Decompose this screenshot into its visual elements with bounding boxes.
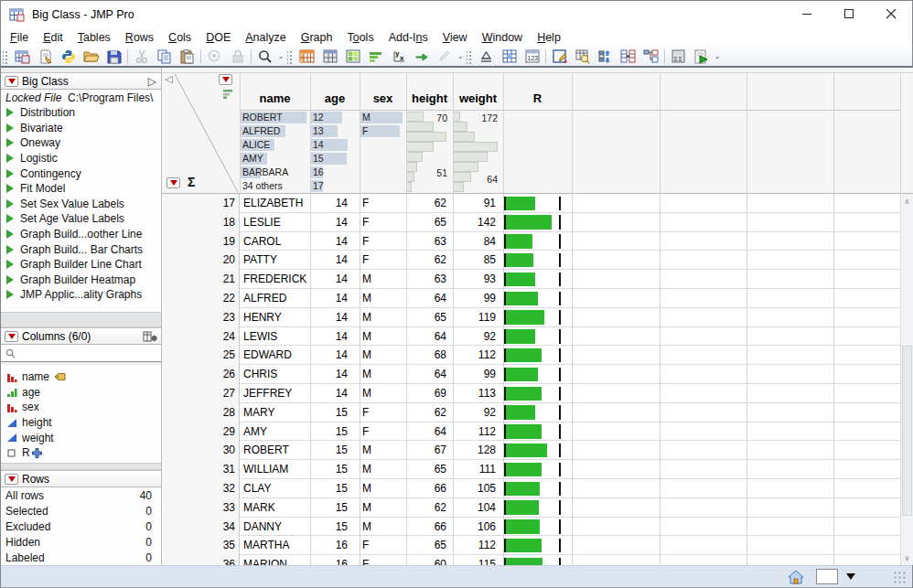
cell-age[interactable]: 14	[310, 289, 360, 308]
table-row[interactable]: 31WILLIAM15M65111	[162, 460, 900, 479]
cell-rownum[interactable]: 29	[162, 422, 240, 442]
cell-age[interactable]: 16	[310, 536, 360, 555]
new-script-icon[interactable]	[548, 48, 571, 66]
cell-sex[interactable]: M	[360, 270, 406, 289]
cell-name[interactable]: MARK	[240, 498, 310, 518]
resize-grip[interactable]	[893, 571, 907, 584]
cell-age[interactable]: 14	[310, 346, 360, 365]
cell-sex[interactable]: M	[360, 384, 406, 403]
toolbar-grip[interactable]	[467, 49, 473, 64]
cell-height[interactable]: 64	[406, 289, 453, 308]
cell-age[interactable]: 15	[310, 403, 360, 422]
cell-rownum[interactable]: 21	[162, 270, 240, 289]
cell-sex[interactable]: F	[360, 555, 406, 565]
cell-name[interactable]: MARTHA	[240, 536, 310, 555]
column-item-weight[interactable]: weight	[1, 430, 161, 445]
table-script-item[interactable]: Graph Builder Heatmap	[1, 273, 161, 288]
vertical-scrollbar[interactable]: ∧∨	[900, 194, 913, 565]
scroll-down-icon[interactable]: ∨	[901, 551, 913, 565]
maximize-button[interactable]	[828, 1, 870, 27]
table-script-item[interactable]: Contingency	[1, 166, 161, 181]
cell-sex[interactable]: F	[360, 232, 406, 251]
cell-height[interactable]: 65	[406, 213, 453, 232]
columns-search-input[interactable]	[1, 345, 161, 362]
cell-name[interactable]: ELIZABETH	[240, 194, 310, 213]
table-script-item[interactable]: Graph Builder Line Chart	[1, 257, 161, 273]
cell-height[interactable]: 69	[406, 384, 453, 403]
table-row[interactable]: 27JEFFREY14M69113	[162, 384, 900, 403]
row-stat-selected[interactable]: Selected0	[1, 503, 161, 519]
stack-columns-icon[interactable]	[594, 48, 617, 66]
save-icon[interactable]	[102, 48, 125, 66]
rows-menu-icon[interactable]	[166, 177, 180, 188]
cell-name[interactable]: AMY	[240, 422, 310, 442]
column-item-name[interactable]: name	[1, 369, 161, 385]
cell-weight[interactable]: 142	[453, 213, 503, 232]
cell-sex[interactable]: M	[360, 460, 406, 479]
cell-age[interactable]: 14	[310, 327, 360, 347]
toolbar-overflow-icon[interactable]: ⌄	[456, 48, 465, 65]
cell-rownum[interactable]: 26	[162, 365, 240, 384]
summary-sigma-icon[interactable]: Σ	[188, 175, 195, 189]
toolbar-overflow-icon[interactable]: ⌄	[276, 48, 285, 65]
cell-rownum[interactable]: 17	[162, 194, 240, 213]
columns-panel-header-menu-icon[interactable]	[5, 331, 18, 342]
cell-height[interactable]: 63	[406, 232, 453, 251]
cell-rownum[interactable]: 23	[162, 308, 240, 327]
menu-analyze[interactable]: Analyze	[238, 28, 293, 47]
cell-name[interactable]: WILLIAM	[240, 460, 310, 479]
menu-rows[interactable]: Rows	[118, 28, 161, 47]
table-script-item[interactable]: Logistic	[1, 151, 161, 166]
cell-sex[interactable]: M	[360, 308, 406, 327]
table-row[interactable]: 35MARTHA16F65112	[162, 536, 900, 555]
cell-weight[interactable]: 119	[453, 308, 503, 327]
cell-height[interactable]: 62	[406, 403, 453, 422]
cell-height[interactable]: 65	[406, 308, 453, 327]
sort-icon[interactable]	[475, 48, 498, 66]
cell-sex[interactable]: M	[360, 441, 406, 460]
cell-weight[interactable]: 99	[453, 289, 503, 308]
table-script-item[interactable]: JMP Applic...ality Graphs	[1, 287, 161, 303]
toolbar-grip[interactable]	[3, 49, 9, 64]
table-row[interactable]: 17ELIZABETH14F6291	[162, 194, 900, 213]
cell-sex[interactable]: M	[360, 498, 406, 518]
cell-rownum[interactable]: 19	[162, 232, 240, 251]
cell-age[interactable]: 14	[310, 384, 360, 403]
cell-sex[interactable]: F	[360, 213, 406, 232]
grid-123-icon[interactable]: 123	[521, 48, 543, 66]
cell-sex[interactable]: M	[360, 518, 406, 537]
table-row[interactable]: 24LEWIS14M6492	[162, 327, 900, 347]
continuous-modeling-type-icon[interactable]	[6, 433, 17, 443]
cell-age[interactable]: 14	[310, 365, 360, 384]
cell-height[interactable]: 62	[406, 498, 453, 518]
cell-weight[interactable]: 92	[453, 327, 503, 347]
table-preview-icon[interactable]	[571, 48, 594, 66]
cell-sex[interactable]: M	[360, 327, 406, 347]
cell-rownum[interactable]: 35	[162, 536, 240, 555]
data-table-icon[interactable]	[295, 48, 318, 66]
column-header-sex[interactable]: sex	[360, 72, 406, 110]
cell-weight[interactable]: 112	[453, 422, 503, 442]
table-script-item[interactable]: Set Sex Value Labels	[1, 197, 161, 212]
join-tables-icon[interactable]	[617, 48, 639, 66]
table-row[interactable]: 18LESLIE14F65142	[162, 213, 900, 232]
table-row[interactable]: 20PATTY14F6285	[162, 251, 900, 270]
paste-icon[interactable]	[176, 48, 199, 66]
table-row[interactable]: 30ROBERT15M67128	[162, 441, 900, 460]
table-row[interactable]: 23HENRY14M65119	[162, 308, 900, 327]
cell-age[interactable]: 16	[310, 555, 360, 565]
cell-weight[interactable]: 93	[453, 270, 503, 289]
formula-icon[interactable]	[667, 48, 690, 66]
cell-rownum[interactable]: 34	[162, 518, 240, 537]
column-item-R[interactable]: R	[1, 445, 161, 461]
cell-name[interactable]: LEWIS	[240, 327, 310, 347]
cell-weight[interactable]: 104	[453, 498, 503, 518]
grid-select-icon[interactable]	[498, 48, 521, 66]
column-item-height[interactable]: height	[1, 415, 161, 431]
cell-height[interactable]: 62	[406, 251, 453, 270]
cell-height[interactable]: 64	[406, 327, 453, 347]
row-stat-labeled[interactable]: Labeled0	[1, 550, 161, 565]
toolbar-overflow-icon[interactable]: ⌄	[713, 48, 722, 65]
menu-file[interactable]: File	[3, 28, 36, 47]
rows-panel-header-menu-icon[interactable]	[5, 474, 18, 485]
